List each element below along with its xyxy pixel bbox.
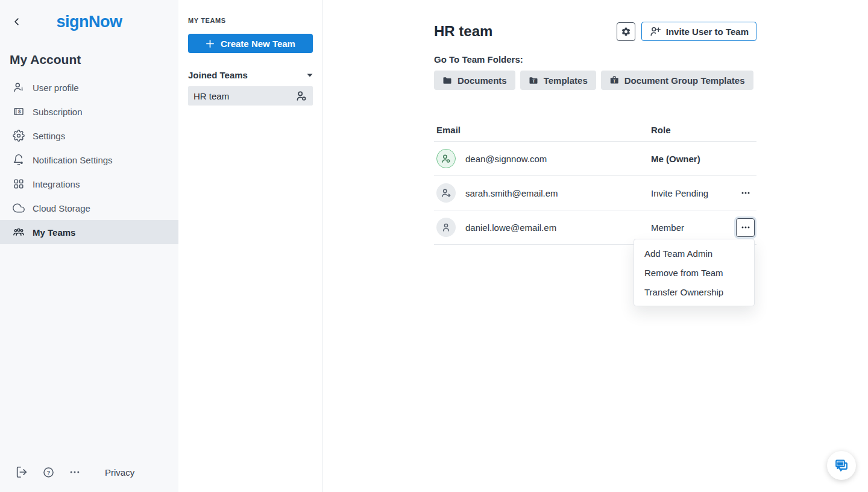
person-plus-icon	[649, 25, 661, 37]
row-menu-button[interactable]	[736, 184, 755, 203]
column-header-email: Email	[434, 125, 649, 135]
menu-item-transfer-ownership[interactable]: Transfer Ownership	[634, 282, 754, 301]
table-row: dean@signnow.com Me (Owner)	[434, 142, 756, 176]
app-root: signNow My Account User profile $	[0, 0, 868, 492]
teams-panel: MY TEAMS Create New Team Joined Teams HR…	[178, 0, 323, 492]
member-role: Me (Owner)	[649, 154, 736, 164]
help-button[interactable]: ?	[42, 466, 55, 479]
invite-pending-avatar-icon	[436, 183, 456, 203]
signnow-logo: signNow	[0, 0, 178, 31]
sidebar-item-label: User profile	[33, 83, 79, 93]
documents-folder-button[interactable]: Documents	[434, 71, 515, 90]
member-context-menu: Add Team Admin Remove from Team Transfer…	[634, 239, 755, 306]
menu-item-remove-from-team[interactable]: Remove from Team	[634, 263, 754, 282]
sidebar-item-user-profile[interactable]: User profile	[0, 75, 178, 99]
folder-buttons-row: Documents T Templates T	[434, 71, 756, 90]
sidebar-item-label: Subscription	[33, 107, 83, 117]
sidebar-item-label: My Teams	[33, 227, 75, 238]
team-header-row: HR team	[434, 20, 756, 42]
sidebar-item-my-teams[interactable]: My Teams	[0, 220, 178, 244]
sidebar-footer: ? Privacy	[15, 465, 134, 479]
table-row: sarah.smith@email.em Invite Pending	[434, 176, 756, 210]
folders-label: Go To Team Folders:	[434, 54, 756, 65]
svg-text:T: T	[613, 79, 616, 83]
joined-teams-label: Joined Teams	[188, 70, 248, 80]
notification-settings-icon	[13, 154, 25, 166]
integrations-icon	[13, 178, 25, 190]
row-menu-button-active[interactable]	[736, 218, 755, 237]
sidebar-item-notification-settings[interactable]: Notification Settings	[0, 148, 178, 172]
caret-down-icon	[307, 74, 313, 77]
folder-button-label: Document Group Templates	[624, 75, 745, 86]
help-icon: ?	[42, 466, 55, 479]
team-members-table: Email Role dean@signnow.com Me (Owner)	[434, 119, 756, 245]
team-name: HR team	[193, 91, 229, 101]
page-title: HR team	[434, 23, 492, 40]
member-role: Invite Pending	[649, 188, 736, 198]
settings-icon	[13, 130, 25, 142]
account-nav: User profile $ Subscription	[0, 75, 178, 244]
svg-text:?: ?	[47, 468, 51, 475]
plus-icon	[206, 39, 215, 48]
ellipsis-icon	[741, 222, 750, 232]
svg-text:$: $	[18, 109, 21, 115]
user-profile-icon	[13, 81, 25, 93]
chat-icon	[834, 458, 849, 473]
member-email: dean@signnow.com	[465, 154, 547, 164]
sidebar-item-label: Settings	[33, 131, 65, 141]
sidebar-item-settings[interactable]: Settings	[0, 124, 178, 148]
more-options-button[interactable]	[69, 466, 81, 478]
privacy-link[interactable]: Privacy	[105, 467, 134, 478]
invite-user-label: Invite User to Team	[666, 27, 749, 37]
gear-icon	[621, 27, 631, 37]
document-group-icon: T	[609, 75, 619, 85]
document-group-templates-button[interactable]: T Document Group Templates	[601, 71, 753, 90]
sidebar-item-cloud-storage[interactable]: Cloud Storage	[0, 196, 178, 220]
sidebar-item-subscription[interactable]: $ Subscription	[0, 99, 178, 124]
more-icon	[69, 466, 81, 478]
my-teams-icon	[13, 226, 25, 238]
sidebar-item-integrations[interactable]: Integrations	[0, 172, 178, 196]
invite-user-button[interactable]: Invite User to Team	[641, 22, 756, 41]
back-button[interactable]	[10, 14, 24, 29]
member-email: daniel.lowe@email.em	[465, 222, 556, 233]
table-header-row: Email Role	[434, 119, 756, 142]
sidebar-item-label: Cloud Storage	[33, 203, 90, 213]
column-header-role: Role	[649, 125, 736, 135]
main-content: HR team	[323, 0, 868, 492]
joined-teams-toggle[interactable]: Joined Teams	[188, 70, 313, 80]
svg-text:T: T	[532, 79, 535, 83]
folder-button-label: Templates	[544, 75, 588, 86]
teams-panel-header: MY TEAMS	[188, 17, 313, 24]
ellipsis-icon	[741, 188, 750, 198]
team-actions: Invite User to Team	[617, 22, 756, 41]
templates-folder-button[interactable]: T Templates	[520, 71, 596, 90]
member-role: Member	[649, 222, 736, 233]
template-folder-icon: T	[529, 75, 538, 85]
team-owner-icon	[295, 90, 307, 102]
menu-item-add-team-admin[interactable]: Add Team Admin	[634, 244, 754, 263]
create-new-team-label: Create New Team	[221, 39, 295, 49]
sidebar-item-label: Notification Settings	[33, 155, 113, 165]
chat-widget-button[interactable]	[827, 451, 856, 480]
account-title: My Account	[10, 52, 178, 67]
account-sidebar: signNow My Account User profile $	[0, 0, 178, 492]
logout-button[interactable]	[15, 465, 28, 479]
folder-icon	[442, 75, 452, 85]
owner-avatar-icon	[436, 149, 456, 168]
team-list-item-hr-team[interactable]: HR team	[188, 86, 313, 106]
member-email: sarah.smith@email.em	[465, 188, 558, 198]
member-avatar-icon	[436, 218, 456, 237]
cloud-storage-icon	[13, 202, 25, 214]
team-settings-button[interactable]	[617, 22, 635, 41]
chevron-left-icon	[11, 16, 22, 27]
subscription-icon: $	[13, 106, 25, 118]
folder-button-label: Documents	[458, 75, 507, 86]
create-new-team-button[interactable]: Create New Team	[188, 34, 313, 53]
sidebar-item-label: Integrations	[33, 179, 80, 189]
logout-icon	[15, 465, 28, 479]
